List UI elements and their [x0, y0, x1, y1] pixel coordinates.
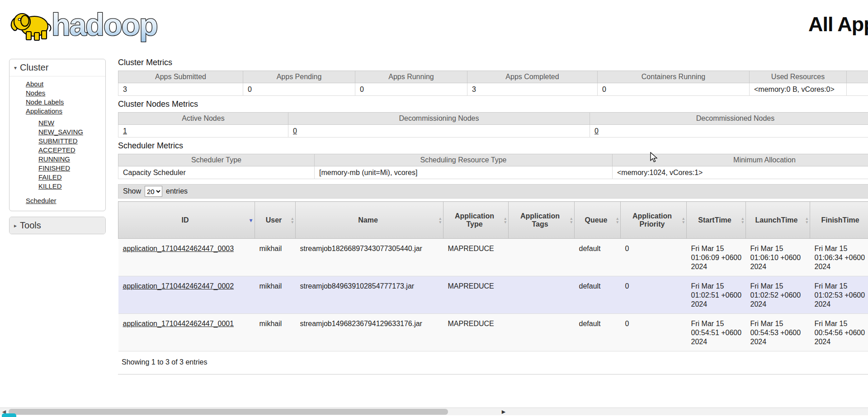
filler-cell — [847, 83, 868, 96]
cell-queue: default — [575, 276, 621, 314]
column-header-application-tags[interactable]: Application Tags ▴▾ — [509, 202, 575, 239]
sidebar-item-failed[interactable]: FAILED — [38, 173, 62, 181]
sidebar-item-scheduler[interactable]: Scheduler — [26, 197, 57, 204]
decommissioned-nodes-link[interactable]: 0 — [594, 127, 599, 135]
horizontal-scrollbar[interactable]: ◀ ▶ — [0, 408, 868, 415]
cell-user: mikhail — [255, 276, 296, 314]
sidebar-item-new-saving[interactable]: NEW_SAVING — [38, 128, 83, 136]
cell-starttime: Fri Mar 15 01:02:51 +0600 2024 — [687, 276, 746, 314]
tools-nav-box: ▸ Tools — [9, 217, 106, 234]
scroll-right-button[interactable]: ▶ — [500, 408, 507, 415]
column-header-application-priority[interactable]: Application Priority ▴▾ — [621, 202, 687, 239]
applications-header-row: ID ▾ User ▴▾ Name ▴▾ Application Type ▴▾ — [118, 202, 868, 239]
sort-icons: ▴▾ — [682, 217, 684, 224]
application-link[interactable]: application_1710442462447_0002 — [123, 282, 234, 290]
sort-icons: ▴▾ — [439, 217, 441, 224]
app-state-links: NEW NEW_SAVING SUBMITTED ACCEPTED RUNNIN… — [9, 118, 105, 191]
cluster-nodes-metrics-table: Active Nodes Decommissioning Nodes Decom… — [118, 112, 868, 137]
sidebar-item-nodes[interactable]: Nodes — [26, 89, 45, 97]
collapse-right-icon: ▸ — [14, 223, 17, 229]
scheduler-type-value: Capacity Scheduler — [118, 166, 315, 179]
col-decommissioning-nodes: Decommissioning Nodes — [288, 113, 590, 125]
sidebar-item-running[interactable]: RUNNING — [38, 155, 70, 163]
applications-table: ID ▾ User ▴▾ Name ▴▾ Application Type ▴▾ — [118, 201, 868, 351]
application-link[interactable]: application_1710442462447_0001 — [123, 320, 234, 327]
col-scheduler-type: Scheduler Type — [118, 154, 315, 166]
table-row: application_1710442462447_0001 mikhail s… — [118, 314, 868, 351]
table-info: Showing 1 to 3 of 3 entries — [118, 351, 868, 374]
column-header-name[interactable]: Name ▴▾ — [296, 202, 443, 239]
containers-running-value: 0 — [598, 83, 750, 96]
cell-starttime: Fri Mar 15 00:54:51 +0600 2024 — [687, 314, 746, 351]
page-title: All Applications — [808, 13, 868, 36]
cell-name: streamjob14968236794129633176.jar — [296, 314, 443, 351]
cell-id: application_1710442462447_0001 — [118, 314, 255, 351]
col-minimum-allocation: Minimum Allocation — [613, 154, 868, 166]
filler-cell — [847, 71, 868, 83]
column-header-starttime[interactable]: StartTime ▴▾ — [687, 202, 746, 239]
sidebar-item-node-labels[interactable]: Node Labels — [26, 98, 64, 106]
cell-tags — [509, 276, 575, 314]
column-header-user[interactable]: User ▴▾ — [255, 202, 296, 239]
apps-completed-value: 3 — [467, 83, 598, 96]
sort-icons: ▴▾ — [570, 217, 572, 224]
column-header-queue[interactable]: Queue ▴▾ — [575, 202, 621, 239]
cluster-nav-links: About Nodes Node Labels Applications — [9, 80, 105, 116]
cell-tags — [509, 239, 575, 276]
used-resources-value: <memory:0 B, vCores:0> — [750, 83, 847, 96]
sort-icons: ▴▾ — [504, 217, 506, 224]
sidebar-item-killed[interactable]: KILLED — [38, 182, 62, 190]
column-header-finishtime[interactable]: FinishTime ▴▾ — [810, 202, 868, 239]
col-apps-completed: Apps Completed — [467, 71, 598, 83]
col-apps-submitted: Apps Submitted — [118, 71, 243, 83]
collapse-down-icon: ▾ — [14, 65, 17, 71]
cell-launchtime: Fri Mar 15 01:06:10 +0600 2024 — [746, 239, 810, 276]
sort-icons: ▴▾ — [291, 217, 293, 224]
table-row: application_1710442462447_0002 mikhail s… — [118, 276, 868, 314]
cluster-metrics-table: Apps Submitted Apps Pending Apps Running… — [118, 71, 868, 96]
active-nodes-link[interactable]: 1 — [123, 127, 127, 135]
cell-id: application_1710442462447_0002 — [118, 276, 255, 314]
tools-nav-header[interactable]: ▸ Tools — [9, 217, 105, 234]
scrollbar-thumb[interactable] — [9, 409, 448, 415]
sidebar-item-new[interactable]: NEW — [38, 119, 54, 127]
sort-desc-icon: ▾ — [250, 217, 252, 223]
hadoop-logo[interactable]: hadoop — [10, 4, 176, 47]
sidebar-item-accepted[interactable]: ACCEPTED — [38, 146, 75, 154]
column-header-application-type[interactable]: Application Type ▴▾ — [443, 202, 509, 239]
cell-type: MAPREDUCE — [443, 276, 509, 314]
cell-starttime: Fri Mar 15 01:06:09 +0600 2024 — [687, 239, 746, 276]
col-scheduling-resource-type: Scheduling Resource Type — [315, 154, 613, 166]
col-containers-running: Containers Running — [598, 71, 750, 83]
cell-priority: 0 — [621, 314, 687, 351]
column-header-launchtime[interactable]: LaunchTime ▴▾ — [746, 202, 810, 239]
scheduling-resource-type-value: [memory-mb (unit=Mi), vcores] — [315, 166, 613, 179]
cell-queue: default — [575, 239, 621, 276]
cell-finishtime: Fri Mar 15 01:02:53 +0600 2024 — [810, 276, 868, 314]
sort-icons: ▴▾ — [741, 217, 744, 224]
column-header-id[interactable]: ID ▾ — [118, 202, 255, 239]
cluster-nav-header[interactable]: ▾ Cluster — [9, 59, 105, 76]
cell-type: MAPREDUCE — [443, 314, 509, 351]
sort-icons: ▴▾ — [616, 217, 618, 224]
sidebar-item-finished[interactable]: FINISHED — [38, 164, 70, 172]
page-size-select[interactable]: 20 — [145, 186, 162, 197]
decommissioning-nodes-link[interactable]: 0 — [293, 127, 297, 135]
show-label: Show — [123, 187, 141, 195]
bottom-corner-accent — [2, 413, 16, 417]
entries-bar: Show 20 entries — [118, 184, 868, 199]
hadoop-logo-text: hadoop — [52, 7, 157, 42]
sidebar-item-submitted[interactable]: SUBMITTED — [38, 137, 78, 145]
sort-icons: ▴▾ — [806, 217, 808, 224]
page-header: hadoop All Applications — [0, 0, 868, 50]
cell-tags — [509, 314, 575, 351]
cell-finishtime: Fri Mar 15 00:54:56 +0600 2024 — [810, 314, 868, 351]
cell-name: streamjob18266897343077305440.jar — [296, 239, 443, 276]
application-link[interactable]: application_1710442462447_0003 — [123, 245, 234, 252]
sidebar-item-about[interactable]: About — [26, 80, 43, 88]
cell-id: application_1710442462447_0003 — [118, 239, 255, 276]
col-active-nodes: Active Nodes — [118, 113, 288, 125]
cell-type: MAPREDUCE — [443, 239, 509, 276]
cell-finishtime: Fri Mar 15 01:06:34 +0600 2024 — [810, 239, 868, 276]
sidebar-item-applications[interactable]: Applications — [26, 107, 62, 115]
